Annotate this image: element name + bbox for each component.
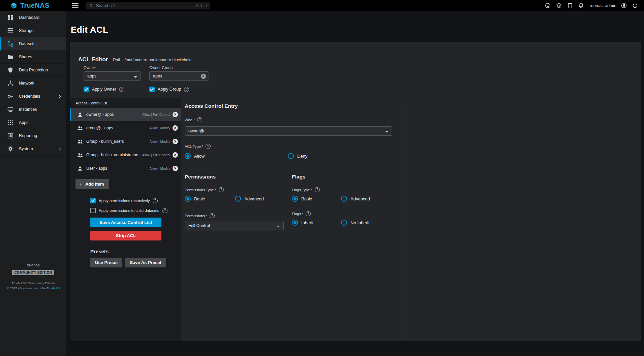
sidebar-item-instances[interactable]: Instances xyxy=(0,103,66,116)
radio-option-inherit[interactable]: Inherit xyxy=(292,220,341,226)
owner-select[interactable]: apps xyxy=(84,71,141,81)
acl-entry-name: group@ - apps xyxy=(86,126,149,130)
save-as-preset-button[interactable]: Save As Preset xyxy=(125,258,166,267)
page-title: Edit ACL xyxy=(71,25,644,35)
owner-row: Owner: apps Owner Group: apps xyxy=(70,63,641,81)
permissions-column: Permissions Permissions Type * Basic xyxy=(185,174,292,230)
alerts-bell-icon[interactable] xyxy=(577,1,585,10)
help-icon[interactable] xyxy=(315,187,320,192)
truenas-logo-icon xyxy=(10,2,18,9)
sidebar-item-label: Apps xyxy=(19,120,29,125)
apply-group-checkbox[interactable] xyxy=(149,87,155,92)
help-icon[interactable] xyxy=(197,117,202,122)
apply-group-checkbox-row: Apply Group xyxy=(149,87,189,92)
remove-entry-icon[interactable] xyxy=(173,125,178,131)
sidebar-item-label: Credentials xyxy=(19,94,40,99)
help-icon[interactable] xyxy=(210,213,215,218)
permissions-select[interactable]: Full Control xyxy=(185,221,284,230)
sidebar-item-reporting[interactable]: Reporting xyxy=(0,129,66,142)
sidebar-item-dashboard[interactable]: Dashboard xyxy=(0,11,66,24)
acl-entry-row[interactable]: User - apps Allow | Modify xyxy=(70,162,181,175)
help-icon[interactable] xyxy=(119,87,124,92)
use-preset-button[interactable]: Use Preset xyxy=(90,258,122,267)
help-icon[interactable] xyxy=(206,144,211,149)
sidebar-item-storage[interactable]: Storage xyxy=(0,24,66,37)
acl-editor-header: ACL Editor Path: /mnt/monero-pool/monero… xyxy=(70,42,641,63)
search-icon xyxy=(89,3,94,8)
acl-entry-detail: Allow | Full Control xyxy=(142,113,170,117)
chevron-right-icon xyxy=(57,147,62,152)
edition-badge: COMMUNITY EDITION xyxy=(12,270,55,275)
radio-option-no-inherit[interactable]: No Inherit xyxy=(341,220,369,226)
jobs-clipboard-icon[interactable] xyxy=(565,1,574,10)
topbar: TrueNAS Ctrl + / truenas_admin xyxy=(0,0,644,11)
acl-type-label: ACL Type * xyxy=(185,144,203,149)
remove-entry-icon[interactable] xyxy=(173,139,178,144)
sidebar-item-credentials[interactable]: Credentials xyxy=(0,90,66,103)
strip-acl-button[interactable]: Strip ACL xyxy=(90,231,161,240)
recursive-checkbox[interactable] xyxy=(90,198,96,203)
apply-owner-checkbox[interactable] xyxy=(84,87,89,92)
radio-option-deny[interactable]: Deny xyxy=(288,153,307,159)
datasets-icon xyxy=(7,40,14,47)
save-acl-button[interactable]: Save Access Control List xyxy=(90,218,161,227)
acl-entry-row[interactable]: Group - builtin_administrators Allow | F… xyxy=(70,148,181,162)
brand-name: TrueNAS xyxy=(20,2,50,9)
search-input[interactable] xyxy=(96,3,193,8)
remove-entry-icon[interactable] xyxy=(173,152,178,158)
acl-entry-row[interactable]: Group - builtin_users Allow | Modify xyxy=(70,135,181,148)
ace-heading: Access Control Entry xyxy=(185,103,404,109)
layers-icon[interactable] xyxy=(554,1,563,10)
flags-heading: Flags xyxy=(292,174,370,180)
who-select[interactable]: owner@ xyxy=(185,126,392,136)
sidebar-item-label: Datasets xyxy=(19,41,35,46)
menu-icon[interactable] xyxy=(72,3,79,8)
truenas-logo[interactable]: TrueNAS xyxy=(0,2,66,9)
radio-option-advanced[interactable]: Advanced xyxy=(235,196,264,202)
sidebar-item-apps[interactable]: Apps xyxy=(0,116,66,129)
key-icon xyxy=(7,93,14,100)
sidebar-item-label: Storage xyxy=(19,28,34,33)
acl-entry-name: Group - builtin_users xyxy=(86,139,149,144)
dataset-path: Path: /mnt/monero-pool/monero-blockchain xyxy=(113,58,191,62)
child-datasets-checkbox[interactable] xyxy=(90,208,96,213)
bar-chart-icon xyxy=(7,132,14,139)
add-item-button[interactable]: Add Item xyxy=(75,179,109,189)
radio-option-allow[interactable]: Allow xyxy=(185,153,288,159)
apply-group-label: Apply Group xyxy=(158,87,181,92)
power-icon[interactable] xyxy=(631,1,639,10)
clear-icon[interactable] xyxy=(201,74,206,79)
radio-option-advanced[interactable]: Advanced xyxy=(341,196,370,202)
radio-label: Inherit xyxy=(301,220,313,225)
truenas-link[interactable]: TrueNAS xyxy=(47,286,60,290)
computer-icon xyxy=(7,106,14,113)
sidebar-item-system[interactable]: System xyxy=(0,142,66,156)
acl-entry-row[interactable]: owner@ - apps Allow | Full Control xyxy=(70,108,181,121)
remove-entry-icon[interactable] xyxy=(173,166,178,171)
remove-entry-icon[interactable] xyxy=(173,112,178,117)
sidebar-item-data-protection[interactable]: Data Protection xyxy=(0,64,66,77)
radio-option-basic[interactable]: Basic xyxy=(292,196,341,202)
radio-option-basic[interactable]: Basic xyxy=(185,196,235,202)
acl-editor-heading: ACL Editor xyxy=(78,56,108,63)
radio-label: Basic xyxy=(301,196,312,201)
child-datasets-checkbox-row: Apply permissions to child datasets xyxy=(90,208,181,213)
acl-entry-row[interactable]: group@ - apps Allow | Modify xyxy=(70,121,181,135)
search-box[interactable]: Ctrl + / xyxy=(86,2,210,9)
sidebar-item-datasets[interactable]: Datasets xyxy=(0,37,66,51)
help-icon[interactable] xyxy=(219,187,224,192)
avatar-icon[interactable] xyxy=(619,1,628,10)
add-item-label: Add Item xyxy=(85,182,104,187)
help-icon[interactable] xyxy=(162,208,167,213)
radio-icon xyxy=(235,196,241,202)
help-icon[interactable] xyxy=(153,198,158,203)
help-icon[interactable] xyxy=(184,87,189,92)
owner-group-input[interactable]: apps xyxy=(149,71,209,81)
permissions-flags-columns: Permissions Permissions Type * Basic xyxy=(185,174,404,230)
help-icon[interactable] xyxy=(306,211,311,216)
chevron-down-icon xyxy=(385,131,389,134)
sidebar-item-shares[interactable]: Shares xyxy=(0,51,66,64)
edition-line: TrueNAS® Community Edition xyxy=(0,281,66,285)
sidebar-item-network[interactable]: Network xyxy=(0,77,66,90)
feedback-smiley-icon[interactable] xyxy=(543,1,552,10)
